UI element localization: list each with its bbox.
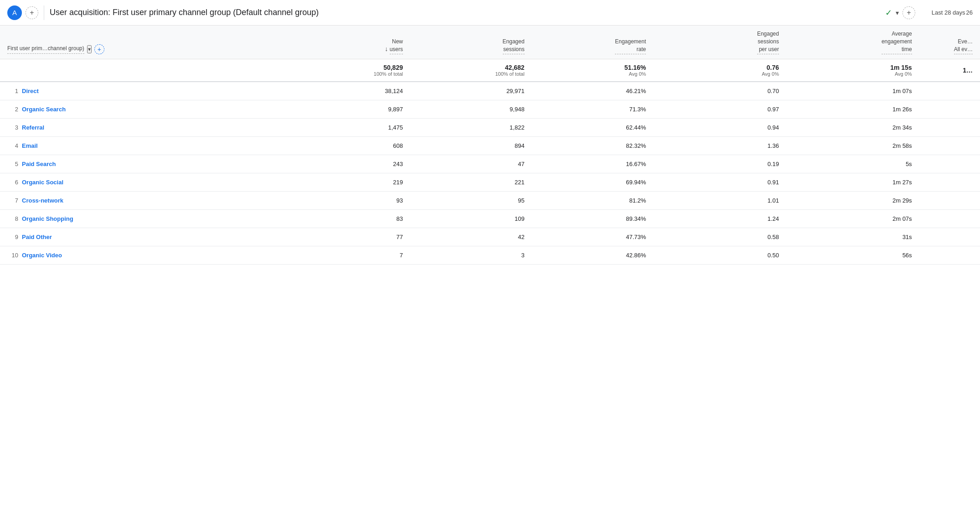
- row-engaged-sessions: 47: [410, 155, 532, 173]
- row-engaged-sessions-per-user: 1.24: [653, 210, 786, 228]
- table-row: 10 Organic Video 7 3 42.86% 0.50 56s: [0, 246, 980, 265]
- row-engaged-sessions: 1,822: [410, 119, 532, 137]
- row-dimension-cell: 1 Direct: [0, 82, 289, 100]
- avatar: A: [7, 5, 22, 20]
- row-new-users: 1,475: [289, 119, 410, 137]
- avg-engagement-time-header-cell[interactable]: Averageengagementtime: [786, 26, 919, 59]
- table-body: 1 Direct 38,124 29,971 46.21% 0.70 1m 07…: [0, 82, 980, 265]
- engaged-sessions-header-cell[interactable]: Engagedsessions: [410, 26, 532, 59]
- row-label[interactable]: Organic Video: [22, 252, 62, 259]
- row-label[interactable]: Email: [22, 142, 38, 149]
- new-users-sort-header[interactable]: ↓ Newusers: [289, 26, 410, 59]
- row-avg-engagement-time: 2m 58s: [786, 137, 919, 155]
- title-dropdown-button[interactable]: ▾: [895, 8, 900, 17]
- dimension-dropdown-button[interactable]: ▾: [87, 45, 92, 53]
- row-number: 7: [7, 197, 18, 204]
- row-label[interactable]: Paid Other: [22, 234, 52, 240]
- row-number: 8: [7, 215, 18, 222]
- avg-engagement-time-header: Averageengagementtime: [882, 30, 912, 54]
- row-engagement-rate: 89.34%: [532, 210, 654, 228]
- table-row: 4 Email 608 894 82.32% 1.36 2m 58s: [0, 137, 980, 155]
- row-engagement-rate: 42.86%: [532, 246, 654, 265]
- row-engaged-sessions-per-user: 0.19: [653, 155, 786, 173]
- totals-engaged-sessions-per-user-value: 0.76: [660, 64, 779, 71]
- totals-avg-engagement-time-sub: Avg 0%: [794, 71, 912, 77]
- title-actions: ✓ ▾ +: [885, 6, 921, 19]
- table-row: 9 Paid Other 77 42 47.73% 0.58 31s: [0, 228, 980, 246]
- row-avg-engagement-time: 2m 07s: [786, 210, 919, 228]
- row-all-events: [919, 173, 980, 192]
- row-new-users: 219: [289, 173, 410, 192]
- engagement-rate-header-cell[interactable]: Engagementrate: [532, 26, 654, 59]
- totals-engaged-sessions-cell: 42,682 100% of total: [410, 59, 532, 82]
- totals-all-events-value: 1…: [927, 67, 973, 74]
- row-all-events: [919, 100, 980, 119]
- date-range-label: Last 28 days: [932, 9, 965, 16]
- totals-engagement-rate-value: 51.16%: [539, 64, 646, 71]
- row-new-users: 93: [289, 192, 410, 210]
- check-circle-icon: ✓: [885, 8, 892, 18]
- row-engaged-sessions-per-user: 1.36: [653, 137, 786, 155]
- row-engagement-rate: 71.3%: [532, 100, 654, 119]
- row-all-events: [919, 192, 980, 210]
- row-label[interactable]: Organic Shopping: [22, 215, 73, 222]
- totals-new-users-cell: 50,829 100% of total: [289, 59, 410, 82]
- totals-engaged-sessions-per-user-cell: 0.76 Avg 0%: [653, 59, 786, 82]
- row-all-events: [919, 228, 980, 246]
- totals-engaged-sessions-per-user-sub: Avg 0%: [660, 71, 779, 77]
- row-engaged-sessions: 29,971: [410, 82, 532, 100]
- row-avg-engagement-time: 31s: [786, 228, 919, 246]
- engaged-sessions-header: Engagedsessions: [503, 38, 525, 55]
- header-bar: A + User acquisition: First user primary…: [0, 0, 980, 26]
- row-new-users: 608: [289, 137, 410, 155]
- row-number: 9: [7, 234, 18, 240]
- date-suffix: 26: [966, 9, 973, 16]
- all-events-header-cell[interactable]: Eve…All ev…: [919, 26, 980, 59]
- row-label[interactable]: Organic Social: [22, 179, 63, 186]
- row-avg-engagement-time: 1m 27s: [786, 173, 919, 192]
- row-avg-engagement-time: 2m 34s: [786, 119, 919, 137]
- page-title: User acquisition: First user primary cha…: [50, 8, 885, 17]
- row-number: 1: [7, 88, 18, 94]
- row-label[interactable]: Direct: [22, 88, 39, 94]
- row-all-events: [919, 119, 980, 137]
- row-label[interactable]: Referral: [22, 124, 44, 131]
- add-tab-button[interactable]: +: [26, 6, 38, 19]
- row-new-users: 9,897: [289, 100, 410, 119]
- row-engagement-rate: 62.44%: [532, 119, 654, 137]
- row-engaged-sessions-per-user: 0.91: [653, 173, 786, 192]
- table-row: 3 Referral 1,475 1,822 62.44% 0.94 2m 34…: [0, 119, 980, 137]
- totals-dimension-cell: [0, 59, 289, 82]
- row-new-users: 77: [289, 228, 410, 246]
- dimension-header-label: First user prim…channel group): [7, 45, 84, 54]
- row-engaged-sessions-per-user: 0.50: [653, 246, 786, 265]
- row-engaged-sessions: 894: [410, 137, 532, 155]
- row-new-users: 7: [289, 246, 410, 265]
- sort-down-icon: ↓: [385, 45, 388, 52]
- row-number: 2: [7, 106, 18, 113]
- totals-all-events-cell: 1…: [919, 59, 980, 82]
- row-label[interactable]: Organic Search: [22, 106, 66, 113]
- totals-avg-engagement-time-value: 1m 15s: [794, 64, 912, 71]
- add-report-button[interactable]: +: [903, 6, 915, 19]
- row-label[interactable]: Paid Search: [22, 161, 56, 167]
- row-dimension-cell: 7 Cross-network: [0, 192, 289, 210]
- engaged-sessions-per-user-header-cell[interactable]: Engagedsessionsper user: [653, 26, 786, 59]
- totals-engaged-sessions-value: 42,682: [418, 64, 525, 71]
- header-divider: [44, 5, 44, 20]
- new-users-header: Newusers: [390, 38, 403, 55]
- row-label[interactable]: Cross-network: [22, 197, 63, 204]
- row-engaged-sessions: 3: [410, 246, 532, 265]
- table-row: 8 Organic Shopping 83 109 89.34% 1.24 2m…: [0, 210, 980, 228]
- row-new-users: 243: [289, 155, 410, 173]
- row-all-events: [919, 82, 980, 100]
- row-number: 4: [7, 142, 18, 149]
- engagement-rate-header: Engagementrate: [615, 38, 646, 55]
- add-dimension-button[interactable]: +: [94, 44, 104, 54]
- row-avg-engagement-time: 5s: [786, 155, 919, 173]
- row-engaged-sessions: 221: [410, 173, 532, 192]
- table-row: 6 Organic Social 219 221 69.94% 0.91 1m …: [0, 173, 980, 192]
- dimension-column-header: First user prim…channel group) ▾ +: [0, 26, 289, 59]
- row-engaged-sessions-per-user: 0.97: [653, 100, 786, 119]
- row-number: 3: [7, 124, 18, 131]
